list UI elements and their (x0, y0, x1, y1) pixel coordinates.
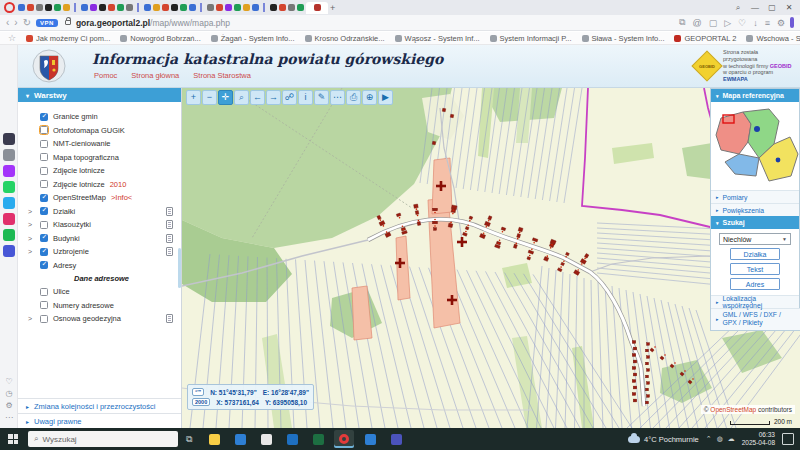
browser-tab[interactable] (126, 4, 133, 11)
forward-icon[interactable]: › (14, 17, 17, 28)
browser-tab[interactable] (153, 4, 160, 11)
browser-tab[interactable] (162, 4, 169, 11)
opera-taskbar-icon[interactable] (334, 430, 354, 448)
browser-tab[interactable] (171, 4, 178, 11)
layer-label-extra[interactable]: >Info< (111, 193, 132, 202)
mail-icon[interactable] (3, 149, 15, 161)
outlook-2-taskbar-icon[interactable] (360, 430, 380, 448)
legend-doc-icon[interactable] (166, 314, 173, 323)
powiekszenia-row[interactable]: ▸Powiększenia (711, 203, 799, 216)
legend-doc-icon[interactable] (166, 207, 173, 216)
osm-link[interactable]: OpenStreetMap (710, 406, 756, 413)
reload-icon[interactable]: ↻ (23, 17, 31, 28)
expand-icon[interactable]: > (28, 235, 35, 242)
rail-icon[interactable]: ♡ (5, 377, 12, 386)
addressbar-icon[interactable]: @ (693, 18, 702, 28)
teams-taskbar-icon[interactable] (386, 430, 406, 448)
telegram-icon[interactable] (3, 197, 15, 209)
whatsapp-icon[interactable] (3, 181, 15, 193)
layer-checkbox[interactable] (40, 180, 48, 188)
file-explorer-taskbar-icon[interactable] (204, 430, 224, 448)
bookmark-item[interactable]: Żagań - System Info... (211, 34, 295, 43)
search-tekst-button[interactable]: Tekst (730, 263, 780, 275)
addressbar-icon[interactable]: ↓ (753, 18, 758, 28)
new-tab-button[interactable]: + (330, 3, 335, 13)
browser-tab[interactable] (189, 4, 196, 11)
layers-panel-header[interactable]: ▾Warstwy (18, 88, 181, 102)
messenger-icon[interactable] (3, 165, 15, 177)
taskbar-weather[interactable]: 4°C Pochmurnie (628, 435, 699, 444)
layer-checkbox[interactable] (40, 221, 48, 229)
reference-map[interactable] (711, 102, 799, 190)
legend-doc-icon[interactable] (166, 247, 173, 256)
map-canvas[interactable] (182, 88, 800, 428)
browser-tab[interactable] (18, 4, 25, 11)
outlook-taskbar-icon[interactable] (282, 430, 302, 448)
instagram-icon[interactable] (3, 213, 15, 225)
panel-footer-link[interactable]: ▸Uwagi prawne (18, 413, 181, 428)
lock-icon[interactable] (65, 20, 71, 25)
panel-footer-link[interactable]: ▸Zmiana kolejności i przezroczystości (18, 398, 181, 413)
coordinate-locate-row[interactable]: ▸Lokalizacja współrzędnej (711, 295, 799, 308)
layer-label-extra[interactable]: 2010 (110, 180, 127, 189)
workspace-icon[interactable] (3, 133, 15, 145)
header-link[interactable]: Strona Starostwa (193, 71, 251, 80)
link-button[interactable]: ☍ (282, 90, 297, 105)
bookmark-item[interactable]: Sława - System Info... (582, 34, 665, 43)
bookmark-item[interactable]: Nowogród Bobrzań... (120, 34, 200, 43)
legend-doc-icon[interactable] (166, 234, 173, 243)
maximize-button[interactable]: ▢ (765, 3, 779, 12)
browser-tab[interactable] (279, 4, 286, 11)
edge-taskbar-icon[interactable] (230, 430, 250, 448)
bluesky-icon[interactable] (3, 245, 15, 257)
search-header[interactable]: ▾Szukaj (711, 216, 799, 229)
addressbar-icon[interactable]: ▷ (724, 18, 731, 28)
view-back-button[interactable]: ← (250, 90, 265, 105)
browser-tab[interactable] (27, 4, 34, 11)
layer-checkbox[interactable] (40, 234, 48, 242)
bookmark-star-icon[interactable]: ☆ (8, 33, 16, 43)
active-tab[interactable] (306, 2, 328, 14)
sidebar-toggle-icon[interactable] (790, 17, 794, 28)
gml-export-row[interactable]: ▸GML / WFS / DXF / GPX / Pikiety (711, 308, 800, 330)
dms-format-button[interactable]: °'" (192, 388, 204, 396)
bookmark-item[interactable]: Jak możemy Ci pom... (26, 34, 110, 43)
snapshot-button[interactable]: ▶ (378, 90, 393, 105)
taskbar-search[interactable]: ⌕Wyszukaj (28, 431, 178, 447)
browser-tab[interactable] (90, 4, 97, 11)
addressbar-icon[interactable]: ⧉ (679, 17, 685, 28)
reference-map-header[interactable]: ▾Mapa referencyjna (711, 89, 799, 102)
browser-tab[interactable] (99, 4, 106, 11)
url-field[interactable]: gora.geoportal2.pl/map/www/mapa.php (76, 18, 230, 28)
browser-tab[interactable] (63, 4, 70, 11)
addressbar-icon[interactable]: ▢ (709, 18, 718, 28)
layer-checkbox[interactable] (40, 113, 48, 121)
browser-tab[interactable] (252, 4, 259, 11)
expand-icon[interactable]: > (28, 208, 35, 215)
back-icon[interactable]: ‹ (6, 17, 9, 28)
search-działka-button[interactable]: Działka (730, 248, 780, 260)
layer-checkbox[interactable] (40, 153, 48, 161)
addressbar-icon[interactable]: ⚙ (777, 18, 785, 28)
view-forward-button[interactable]: → (266, 90, 281, 105)
rail-icon[interactable]: ⚙ (5, 401, 12, 410)
vpn-badge[interactable]: VPN (36, 19, 58, 27)
bookmark-item[interactable]: Wschowa - System I... (746, 34, 800, 43)
browser-tab[interactable] (216, 4, 223, 11)
addressbar-icon[interactable]: ≡ (765, 18, 770, 28)
browser-tab[interactable] (180, 4, 187, 11)
browser-tab[interactable] (297, 4, 304, 11)
measure-button[interactable]: ⋯ (330, 90, 345, 105)
rail-icon[interactable]: ◷ (6, 389, 13, 398)
browser-tab[interactable] (45, 4, 52, 11)
crs-button[interactable]: 2000 (192, 398, 210, 406)
expand-icon[interactable]: > (28, 248, 35, 255)
layer-checkbox[interactable] (40, 288, 48, 296)
browser-tab[interactable] (144, 4, 151, 11)
browser-tab[interactable] (288, 4, 295, 11)
globe-button[interactable]: ⊕ (362, 90, 377, 105)
info-edit-button[interactable]: ✎ (314, 90, 329, 105)
browser-tab[interactable] (81, 4, 88, 11)
layer-checkbox[interactable] (40, 140, 48, 148)
browser-tab[interactable] (207, 4, 214, 11)
